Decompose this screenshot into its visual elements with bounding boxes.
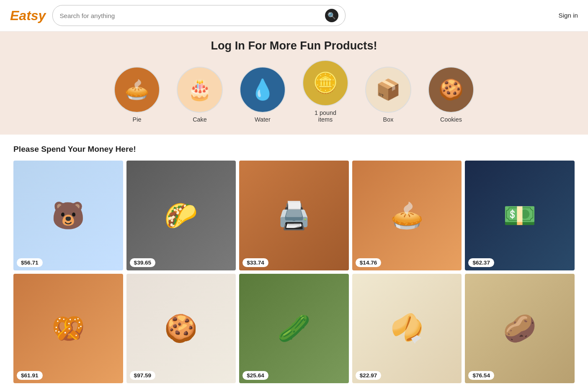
product-icon-pretzels: 🥨 [52,313,85,344]
product-price-chips: $39.65 [130,258,156,267]
category-label-water: Water [255,116,271,123]
product-grid: 🐻$56.71🌮$39.65🖨️$33.74🥧$14.76💵$62.37🥨$61… [13,161,575,383]
product-price-cookies-milk: $97.59 [130,371,156,380]
product-card-fortune-cookie[interactable]: 🥠$22.97 [352,274,462,384]
section-title: Please Spend Your Money Here! [13,145,575,154]
logo[interactable]: Eatsy [10,8,46,23]
product-price-potatoes: $76.54 [468,371,494,380]
product-icon-potatoes: 🥔 [503,313,536,344]
product-icon-label-printer: 🖨️ [277,200,311,231]
product-card-cookies-milk[interactable]: 🍪$97.59 [126,274,236,384]
category-item-cookies[interactable]: 🍪Cookies [428,67,474,123]
product-icon-fortune-cookie: 🥠 [390,313,424,344]
product-card-potatoes[interactable]: 🥔$76.54 [465,274,575,384]
category-label-pie: Pie [133,116,142,123]
category-circle-pound: 🪙 [302,60,348,106]
category-circle-cake: 🎂 [177,67,223,113]
category-label-cookies: Cookies [440,116,462,123]
header: Eatsy 🔍 Sign in [0,0,588,31]
product-price-fortune-cookie: $22.97 [356,371,382,380]
product-card-gummy-bears[interactable]: 🐻$56.71 [13,161,123,270]
search-button[interactable]: 🔍 [325,9,338,22]
product-icon-pie: 🥧 [390,200,424,231]
category-icon-box: 📦 [376,78,401,101]
category-label-pound: 1 pound items [315,109,336,123]
search-input[interactable] [59,12,322,19]
category-circle-pie: 🥧 [114,67,160,113]
header-right: Sign in [559,12,578,19]
product-price-pie: $14.76 [356,258,382,267]
product-card-label-printer[interactable]: 🖨️$33.74 [239,161,349,270]
product-icon-gummy-bears: 🐻 [52,200,85,231]
category-circle-cookies: 🍪 [428,67,474,113]
product-price-pickles: $25.64 [242,371,268,380]
category-label-box: Box [383,116,394,123]
category-icon-pie: 🥧 [124,78,150,101]
product-price-money: $62.37 [468,258,494,267]
product-price-gummy-bears: $56.71 [17,258,43,267]
product-card-chips[interactable]: 🌮$39.65 [126,161,236,270]
main-content: Please Spend Your Money Here! 🐻$56.71🌮$3… [0,135,588,392]
product-card-money[interactable]: 💵$62.37 [465,161,575,270]
product-price-label-printer: $33.74 [242,258,268,267]
banner-title: Log In For More Fun Products! [0,39,588,52]
category-item-pie[interactable]: 🥧Pie [114,67,160,123]
product-card-pickles[interactable]: 🥒$25.64 [239,274,349,384]
product-price-pretzels: $61.91 [17,371,43,380]
category-circle-box: 📦 [365,67,411,113]
category-icon-cookies: 🍪 [438,78,464,101]
category-item-box[interactable]: 📦Box [365,67,411,123]
product-icon-money: 💵 [503,200,536,231]
product-icon-cookies-milk: 🍪 [164,313,198,344]
product-icon-chips: 🌮 [164,200,198,231]
product-card-pie[interactable]: 🥧$14.76 [352,161,462,270]
category-row: 🥧Pie🎂Cake💧Water🪙1 pound items📦Box🍪Cookie… [0,60,588,123]
search-bar: 🔍 [52,5,346,26]
search-icon: 🔍 [328,12,336,20]
category-circle-water: 💧 [240,67,286,113]
category-icon-cake: 🎂 [187,78,212,101]
category-item-water[interactable]: 💧Water [240,67,286,123]
category-item-pound[interactable]: 🪙1 pound items [302,60,348,123]
sign-in-button[interactable]: Sign in [559,12,578,19]
product-card-pretzels[interactable]: 🥨$61.91 [13,274,123,384]
product-icon-pickles: 🥒 [277,313,311,344]
category-item-cake[interactable]: 🎂Cake [177,67,223,123]
category-icon-pound: 🪙 [313,71,338,95]
banner: Log In For More Fun Products! 🥧Pie🎂Cake💧… [0,31,588,135]
category-label-cake: Cake [193,116,207,123]
category-icon-water: 💧 [250,78,275,101]
